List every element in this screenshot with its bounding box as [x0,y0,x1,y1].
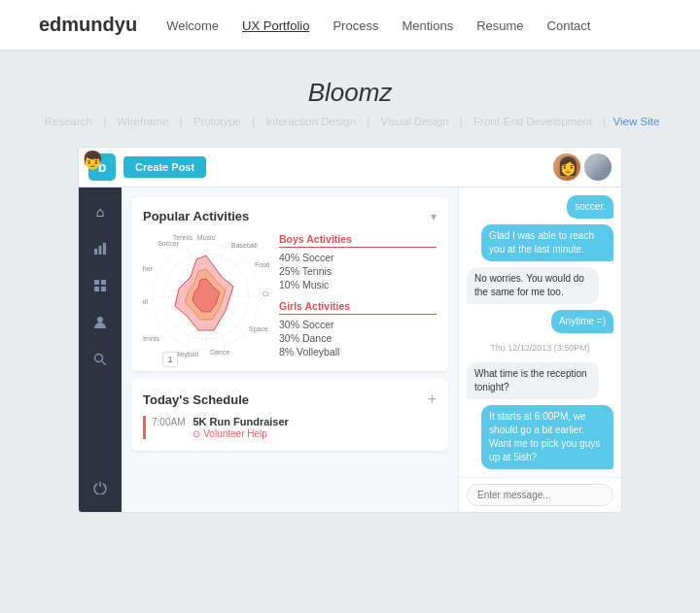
content-area: Bloomz Research | Wireframe | Prototype … [0,51,700,613]
schedule-title: Today's Schedule [143,392,249,407]
girls-item-3: 8% Volleyball [279,346,437,358]
app-body: ⌂ [79,187,621,512]
chat-messages: soccer. Glad I was able to reach you at … [459,187,621,477]
chat-date-divider: Thu 12/12/2013 (3:50PM) [467,343,613,353]
sidebar-home-icon[interactable]: ⌂ [83,195,118,228]
svg-rect-3 [94,280,99,285]
nav-welcome[interactable]: Welcome [166,18,219,33]
svg-line-9 [102,361,106,365]
girls-item-1: 30% Soccer [279,319,437,330]
popular-activities-card: Popular Activities ▾ [131,197,448,371]
add-event-button[interactable]: + [428,391,437,408]
schedule-time: 7:00AM [152,417,185,427]
tag-research: Research [45,116,92,127]
card-header: Popular Activities ▾ [143,209,437,223]
chat-bubble-received-1: No worries. You would do the same for me… [467,267,599,304]
svg-text:Tennis: Tennis [173,234,193,241]
chat-panel: soccer. Glad I was able to reach you at … [458,187,621,512]
avatar-female [553,153,580,181]
schedule-card: Today's Schedule + 7:00AM 5K Run Fundrai… [131,379,448,451]
nav-ux-portfolio[interactable]: UX Portfolio [242,18,309,33]
view-site-link[interactable]: View Site [613,116,660,127]
tag-wireframe: Wireframe [117,116,168,127]
boys-item-1: 40% Soccer [279,252,437,263]
tag-interaction-design: Interaction Design [265,116,356,127]
sidebar-chart-icon[interactable] [83,232,118,265]
svg-text:Football: Football [255,261,269,268]
nav-process[interactable]: Process [332,18,378,33]
sidebar-power-icon[interactable] [83,471,118,504]
boys-item-2: 25% Tennis [279,265,437,277]
nav-resume[interactable]: Resume [476,18,523,33]
schedule-event-name: 5K Run Fundraiser [192,416,288,427]
svg-text:Soccer: Soccer [158,240,179,247]
project-tags: Research | Wireframe | Prototype | Inter… [41,116,660,127]
svg-text:Basketball: Basketball [143,298,148,305]
schedule-header: Today's Schedule + [143,391,437,408]
app-mockup: 1 b Create Post ⌂ [78,147,622,513]
popular-activities-title: Popular Activities [143,209,249,223]
top-navigation: edmundyu Welcome UX Portfolio Process Me… [0,0,700,51]
svg-rect-1 [99,246,102,255]
chat-input-area [459,477,621,512]
chat-bubble-received-2: What time is the reception tonight? [467,362,599,399]
svg-text:Music: Music [197,234,216,241]
svg-text:Dance: Dance [210,349,229,356]
left-panel: Popular Activities ▾ [122,187,458,512]
activities-legend: Boys Activities 40% Soccer 25% Tennis 10… [279,233,437,359]
project-title: Bloomz [308,78,393,108]
create-post-button[interactable]: Create Post [123,156,206,178]
nav-mentions[interactable]: Mentions [402,18,453,33]
svg-point-8 [95,355,103,362]
tag-frontend: Front-End Development [473,116,592,127]
girls-item-2: 30% Dance [279,332,437,344]
sidebar-search-icon[interactable] [83,343,118,376]
schedule-item: 7:00AM 5K Run Fundraiser ⊙ Volunteer Hel… [143,416,437,439]
svg-rect-4 [101,280,106,285]
tag-prototype: Prototype [193,116,241,127]
chat-bubble-sent-4: It starts at 6:00PM, we should go a bit … [481,405,613,469]
schedule-event-sub: ⊙ Volunteer Help [192,428,288,439]
svg-rect-2 [103,243,106,255]
svg-rect-5 [94,287,99,291]
app-topbar: b Create Post [79,148,621,187]
sidebar-grid-icon[interactable] [83,269,118,302]
avatar-male [584,153,612,181]
svg-text:Baseball: Baseball [231,242,258,249]
svg-text:Cricket: Cricket [262,290,269,297]
avatar-group [553,153,612,181]
nav-links: Welcome UX Portfolio Process Mentions Re… [166,17,590,34]
nav-contact[interactable]: Contact [547,18,591,33]
svg-rect-6 [101,287,106,291]
chat-bubble-sent-1: soccer. [567,195,613,219]
app-main: Popular Activities ▾ [122,187,621,512]
svg-text:Tennis: Tennis [143,335,160,342]
chat-bubble-sent-2: Glad I was able to reach you at the last… [481,224,613,261]
tag-visual-design: Visual Design [381,116,449,127]
svg-text:Other: Other [143,265,154,272]
boys-activities-title: Boys Activities [279,233,437,248]
svg-point-7 [97,317,103,323]
radar-chart: Music Baseball Football Cricket Space Da… [143,233,269,359]
boys-item-3: 10% Music [279,279,437,290]
activities-content: Music Baseball Football Cricket Space Da… [143,233,437,359]
svg-text:Space: Space [249,325,268,333]
sidebar-user-icon[interactable] [83,306,118,339]
girls-activities-title: Girls Activities [279,300,437,315]
chat-input[interactable] [467,484,613,506]
svg-rect-0 [94,249,97,255]
chevron-down-icon[interactable]: ▾ [431,210,437,223]
app-sidebar: ⌂ [79,187,122,512]
notification-badge: 1 [162,352,178,367]
brand-name[interactable]: edmundyu [39,14,137,36]
chat-bubble-sent-3: Anytime =) [551,310,613,333]
